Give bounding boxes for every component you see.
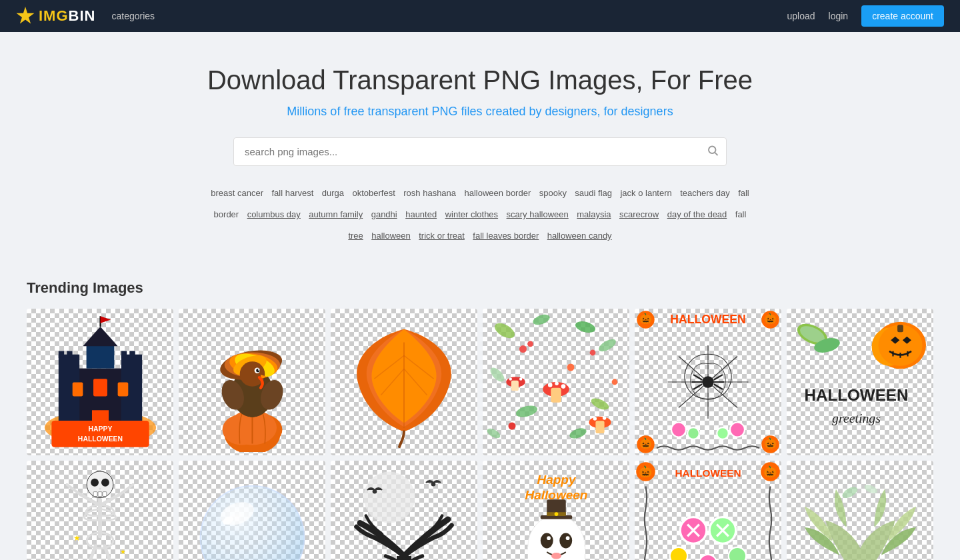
svg-point-55: [612, 379, 618, 385]
nav-categories-link[interactable]: categories: [111, 11, 155, 21]
logo-img: IMG: [39, 7, 69, 24]
tag-columbus-day[interactable]: columbus day: [247, 209, 301, 219]
svg-rect-11: [86, 344, 114, 369]
image-placeholder: HAPPY HALLOWEEN: [27, 309, 173, 455]
image-placeholder: 知乎 @阿微Alvin: [787, 461, 933, 560]
svg-point-174: [729, 547, 746, 560]
image-card-ghost[interactable]: Happy Halloween: [483, 461, 629, 560]
image-card-candy[interactable]: 🎃 🎃 HALLOWEEN: [635, 461, 781, 560]
svg-point-93: [717, 427, 729, 439]
image-card-fall-leaf[interactable]: [331, 309, 477, 455]
image-placeholder: RIP RIP: [331, 461, 477, 560]
svg-point-48: [515, 403, 539, 419]
image-placeholder: [179, 461, 325, 560]
svg-rect-16: [93, 379, 107, 396]
spiderweb-svg: 🎃 🎃 HALLOWEEN: [635, 309, 781, 455]
image-card-bubble[interactable]: [179, 461, 325, 560]
svg-rect-17: [117, 382, 128, 396]
tag-durga[interactable]: durga: [322, 188, 344, 198]
svg-point-47: [488, 365, 507, 384]
image-card-mushroom-pattern[interactable]: [483, 309, 629, 455]
image-placeholder: [331, 309, 477, 455]
tag-saudi-flag[interactable]: saudi flag: [575, 188, 612, 198]
svg-point-52: [567, 364, 575, 371]
svg-point-153: [559, 533, 572, 548]
svg-point-50: [519, 345, 527, 353]
svg-point-59: [561, 384, 566, 389]
svg-line-127: [105, 546, 113, 560]
svg-text:🎃: 🎃: [639, 465, 653, 479]
image-placeholder: 🎃 🎃 HALLOWEEN: [635, 461, 781, 560]
navbar: IMGBIN categories upload login create ac…: [0, 0, 960, 32]
svg-line-124: [120, 485, 133, 495]
tag-tree[interactable]: tree: [348, 231, 363, 241]
login-link[interactable]: login: [829, 11, 849, 21]
tag-winter-clothes[interactable]: winter clothes: [445, 209, 498, 219]
tag-oktoberfest[interactable]: oktoberfest: [352, 188, 395, 198]
svg-marker-12: [83, 326, 117, 345]
tag-spooky[interactable]: spooky: [539, 188, 567, 198]
tag-gandhi[interactable]: gandhi: [371, 209, 397, 219]
svg-point-160: [554, 512, 558, 516]
svg-rect-57: [551, 388, 561, 403]
tag-scary-halloween[interactable]: scary halloween: [507, 209, 569, 219]
search-input[interactable]: [233, 137, 727, 166]
tag-fall-leaves-border[interactable]: fall leaves border: [473, 231, 539, 241]
tag-rosh-hashana[interactable]: rosh hashana: [403, 188, 456, 198]
tag-halloween[interactable]: halloween: [371, 231, 411, 241]
image-placeholder: ★ ★ ★: [27, 461, 173, 560]
svg-point-138: [373, 489, 377, 494]
tag-day-of-the-dead[interactable]: day of the dead: [667, 209, 727, 219]
tag-fall[interactable]: fall: [738, 188, 749, 198]
tag-malaysia[interactable]: malaysia: [577, 209, 611, 219]
svg-text:HAPPY: HAPPY: [88, 425, 112, 432]
tag-trick-or-treat[interactable]: trick or treat: [419, 231, 465, 241]
image-card-turkey[interactable]: pumpkin SPICE season: [179, 309, 325, 455]
svg-point-172: [670, 547, 687, 560]
search-container: [233, 137, 727, 166]
svg-rect-118: [103, 492, 107, 497]
image-card-spiderweb[interactable]: 🎃 🎃 HALLOWEEN: [635, 309, 781, 455]
svg-point-114: [91, 479, 99, 487]
svg-rect-62: [511, 381, 519, 391]
image-card-halloween-castle[interactable]: HAPPY HALLOWEEN: [27, 309, 173, 455]
tag-scarecrow[interactable]: scarecrow: [619, 209, 659, 219]
svg-text:HALLOWEEN: HALLOWEEN: [77, 435, 122, 443]
tag-haunted[interactable]: haunted: [405, 209, 437, 219]
image-card-skeleton[interactable]: ★ ★ ★: [27, 461, 173, 560]
image-card-halloween-greetings[interactable]: HALLOWEEN greetings: [787, 309, 933, 455]
tag-border[interactable]: border: [214, 209, 239, 219]
bubble-svg: [190, 472, 315, 561]
navbar-right: upload login create account: [787, 5, 944, 27]
svg-text:🎃: 🎃: [763, 465, 777, 479]
svg-rect-102: [897, 325, 903, 332]
svg-point-92: [687, 427, 699, 439]
image-card-spooky-tree[interactable]: RIP RIP: [331, 461, 477, 560]
tag-halloween-border[interactable]: halloween border: [465, 188, 531, 198]
search-button[interactable]: [707, 144, 719, 159]
tag-fall-harvest[interactable]: fall harvest: [271, 188, 313, 198]
logo-link[interactable]: IMGBIN: [16, 7, 95, 25]
skeleton-svg: ★ ★ ★: [41, 468, 159, 560]
upload-link[interactable]: upload: [787, 11, 815, 21]
trending-section: Trending Images: [0, 266, 960, 560]
svg-point-156: [551, 553, 561, 559]
tag-halloween-candy[interactable]: halloween candy: [547, 231, 612, 241]
svg-text:🎃: 🎃: [639, 437, 653, 449]
tag-breast-cancer[interactable]: breast cancer: [211, 188, 263, 198]
logo-star-icon: [16, 7, 35, 25]
create-account-button[interactable]: create account: [861, 5, 944, 27]
image-card-plant[interactable]: 知乎 @阿微Alvin: [787, 461, 933, 560]
tag-fall2[interactable]: fall: [735, 209, 747, 219]
tags-container: breast cancer fall harvest durga oktober…: [180, 182, 780, 246]
hero-section: Download Transparent PNG Images, For Fre…: [0, 32, 960, 266]
svg-point-58: [548, 383, 553, 387]
svg-point-91: [671, 423, 686, 437]
svg-point-136: [364, 472, 415, 523]
tag-teachers-day[interactable]: teachers day: [680, 188, 729, 198]
tag-autumn-family[interactable]: autumn family: [309, 209, 363, 219]
tag-jack-o-lantern[interactable]: jack o lantern: [620, 188, 671, 198]
svg-point-0: [709, 146, 716, 153]
svg-point-46: [597, 337, 617, 354]
image-placeholder: pumpkin SPICE season: [179, 309, 325, 455]
